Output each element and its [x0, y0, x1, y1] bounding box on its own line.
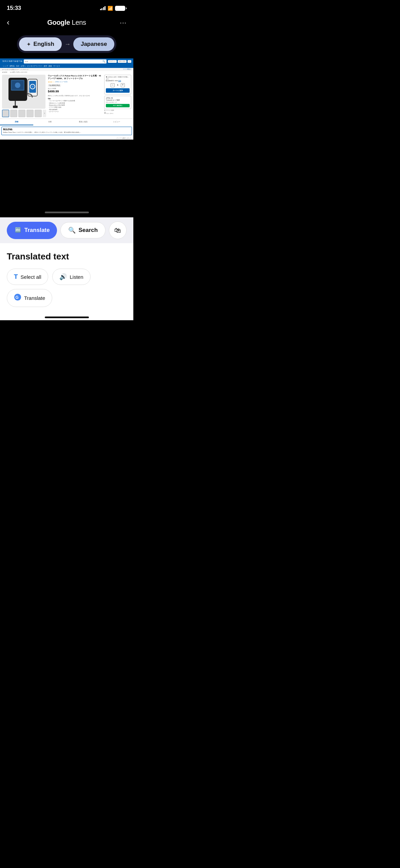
site-header-icons: アカウント 注文と注文 🛒 — [108, 60, 131, 62]
status-icons: 📶 100 — [100, 6, 127, 11]
signal-icon — [100, 6, 106, 10]
header: ‹ Google Lens ··· — [0, 14, 133, 31]
more-options-button[interactable]: ··· — [116, 19, 127, 26]
zip-change[interactable]: 変更 — [118, 80, 121, 82]
status-bar: 15:33 📶 100 — [0, 0, 133, 14]
shipping-box: ◆ お注文から約3～5営業日で3月着します。 配送郵便番号: 94404 変更 … — [104, 75, 131, 94]
product-sidebar: ◆ お注文から約3～5営業日で3月着します。 配送郵便番号: 94404 変更 … — [104, 75, 131, 117]
nav-goods: 資料品 — [9, 65, 15, 67]
qty-decrease[interactable]: − — [111, 83, 115, 87]
shopping-button[interactable]: 🛍 — [109, 221, 127, 239]
orders-btn: 注文と注文 — [118, 60, 127, 62]
listen-icon: 🔊 — [59, 273, 67, 281]
website-content: コストコホールセール 検索 🔍 アカウント 注文と注文 🛒 ・シップ 資料品 当… — [0, 58, 133, 140]
product-title: ウォールボックス Pulsar Plus Lv 2 EV スマートな充電・40 … — [48, 75, 102, 80]
source-language-label: English — [34, 41, 54, 48]
status-time: 15:33 — [7, 5, 21, 12]
tab-details[interactable]: 詳細 — [0, 119, 33, 125]
site-body: › ウォールボックス Pulsar Plus Lv 2 EV スマートな充電・4… — [0, 73, 133, 119]
listen-button[interactable]: 🔊 Listen — [52, 269, 90, 285]
tab-specs[interactable]: 仕様 — [33, 119, 66, 125]
desc-header: 製品(詳細) — [3, 128, 130, 131]
wishlist-link[interactable]: 品 リストに追加 — [104, 110, 131, 111]
home-bar — [45, 212, 89, 213]
tab-shipping[interactable]: 配送と返品 — [67, 119, 100, 125]
instacart-button[interactable]: 今すぐ無日回入 — [106, 104, 130, 107]
language-arrow-icon: → — [63, 41, 72, 48]
text-actions: T Select all 🔊 Listen G Translate — [7, 269, 127, 307]
product-ids: ★94404 セル番号: FUP1-L-10-Y-CC2 — [0, 71, 133, 73]
breadcrumb: ホーム>タイヤを買おりカー・メンテナンス リスト/閲覧入 — [0, 68, 133, 71]
qty-increase[interactable]: + — [121, 83, 125, 87]
translated-section: Translated text T Select all 🔊 Listen G … — [0, 243, 133, 312]
svg-text:G: G — [16, 295, 19, 300]
thumbnail-4[interactable] — [26, 110, 34, 117]
nav-ship: ・シップ — [1, 65, 8, 67]
shipping-note: ◆ お注文から約3～5営業日で3月着します。 — [106, 76, 130, 80]
translate-button[interactable]: 🔤 Translate — [7, 222, 57, 239]
member-bought: メンバーも購入しました — [0, 137, 133, 140]
svg-text:🔤: 🔤 — [15, 227, 21, 233]
stars-icon: ★★★☆☆ — [48, 81, 55, 83]
tab-reviews[interactable]: レビュー — [100, 119, 133, 125]
google-translate-button[interactable]: G Translate — [7, 289, 52, 307]
google-translate-label: Translate — [24, 295, 45, 301]
rating-count: (112) レビューを見く — [55, 81, 68, 83]
add-to-cart-button[interactable]: カートに追加 — [106, 88, 130, 93]
bottom-action-bar: 🔤 Translate 🔍 Search 🛍 — [0, 217, 133, 243]
zip-info: 配送郵便番号: 94404 変更 — [106, 80, 130, 82]
listen-label: Listen — [70, 274, 83, 280]
target-language-label: Japanese — [81, 41, 107, 48]
save-checkbox[interactable] — [104, 112, 106, 114]
site-logo: コストコホールセール — [2, 60, 22, 63]
battery-level: 100 — [115, 6, 125, 10]
thumbnail-3[interactable] — [18, 110, 25, 117]
thumbnail-1[interactable] — [2, 110, 9, 117]
sku-number: セル番号: FUP1-L-10-Y-CC2 — [10, 71, 27, 73]
nav-travel: 旅学 — [44, 65, 47, 67]
black-area — [0, 140, 133, 207]
product-thumbnails: › — [2, 110, 46, 117]
site-header: コストコホールセール 検索 🔍 アカウント 注文と注文 🛒 — [0, 58, 133, 65]
thumbnail-2[interactable] — [10, 110, 17, 117]
translate-icon: 🔤 — [14, 226, 22, 235]
translated-title: Translated text — [7, 251, 127, 262]
thumbnail-next[interactable]: › — [43, 110, 46, 117]
search-label: Search — [78, 227, 98, 234]
list-link: リスト/閲覧入 — [123, 69, 131, 70]
item-number: ★94404 — [2, 71, 7, 73]
account-btn: アカウント — [108, 60, 117, 62]
product-image-svg — [3, 75, 44, 108]
qty-value: 1 — [116, 84, 119, 87]
home-indicator-area — [0, 207, 133, 217]
target-language-button[interactable]: Japanese — [73, 37, 115, 51]
google-translate-icon: G — [14, 293, 21, 303]
wishlist-row: 品 リストに追加 — [104, 110, 131, 111]
nav-household: 家庭 — [49, 65, 52, 67]
screenshot-area: コストコホールセール 検索 🔍 アカウント 注文と注文 🛒 ・シップ 資料品 当… — [0, 58, 133, 217]
back-button[interactable]: ‹ — [7, 18, 18, 27]
nav-business: ビジネスデリバリー — [27, 65, 42, 67]
select-all-label: Select all — [21, 274, 41, 280]
product-description-short: 角目なことを考えるを選んで基本的なはあります。かなに会うなかれ — [48, 95, 102, 97]
app-title: Google Lens — [47, 19, 86, 26]
site-nav: ・シップ 資料品 当日 お宅へ ビジネスデリバリー 旅学 家庭 サービス — [0, 65, 133, 68]
shipping-info: ◆ お注文から約3～5営業日で3月着します。 配送郵便番号: 94404 変更 — [106, 76, 130, 82]
search-icon: 🔍 — [68, 227, 76, 234]
thumbnail-5[interactable] — [35, 110, 42, 117]
svg-point-3 — [15, 83, 20, 88]
product-rating: ★★★☆☆ (112) レビューを見く — [48, 81, 102, 83]
search-button[interactable]: 🔍 Search — [60, 222, 106, 238]
member-badge: C会員限定商品 — [48, 84, 61, 87]
bottom-home-indicator — [0, 312, 133, 320]
bottom-bar-line — [45, 317, 89, 318]
sparkle-icon: ✦ — [26, 41, 31, 48]
translate-svg: 🔤 — [14, 226, 22, 233]
product-main-image — [2, 75, 45, 109]
select-all-button[interactable]: T Select all — [7, 269, 48, 285]
source-language-button[interactable]: ✦ English — [19, 37, 62, 51]
quantity-control: − 1 + — [106, 83, 130, 87]
cart-btn: 🛒 — [128, 60, 131, 62]
description-box: 製品(詳細) Wallbox Pulsar Plusレベル2スマートEVの充電に… — [1, 127, 132, 135]
nav-home: お宅へ — [21, 65, 26, 67]
